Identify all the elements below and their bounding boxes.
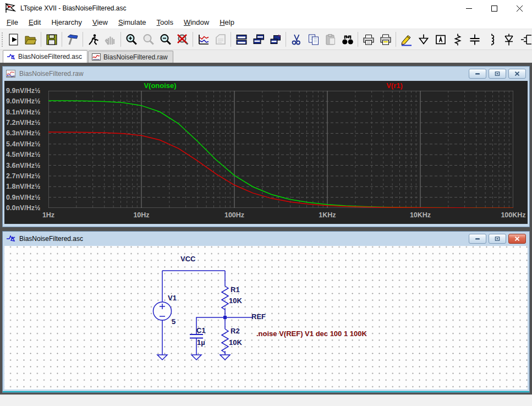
zoom-back-button[interactable]: [140, 31, 157, 48]
find-button[interactable]: [339, 31, 356, 48]
save-button[interactable]: [43, 31, 60, 48]
control-panel-button[interactable]: [64, 31, 81, 48]
ground-r2: [220, 355, 230, 360]
app-titlebar[interactable]: LTspice XVII - BiasNoiseFiltered.asc: [0, 0, 532, 17]
schematic-restore-button[interactable]: [489, 234, 506, 244]
schematic-window-title: BiasNoiseFiltered.asc: [19, 235, 83, 243]
r1-value-label[interactable]: 10K: [229, 297, 242, 305]
tile-vertical-button[interactable]: [250, 31, 267, 48]
schematic-window-titlebar[interactable]: BiasNoiseFiltered.asc: [3, 232, 529, 246]
component-button[interactable]: [517, 31, 532, 48]
tab-schematic-label: BiasNoiseFiltered.asc: [18, 53, 82, 61]
schematic-window-icon: [6, 235, 15, 243]
tab-waveform-label: BiasNoiseFiltered.raw: [103, 53, 168, 61]
waveform-window: BiasNoiseFiltered.raw V(onoise)V(r1)9.9n…: [2, 66, 530, 227]
paste-button[interactable]: [322, 31, 339, 48]
ground-v1: [157, 355, 167, 360]
x-tick-label: 10Hz: [133, 211, 149, 219]
x-tick-label: 1Hz: [42, 211, 54, 219]
trace-label-vonoise[interactable]: V(onoise): [144, 81, 176, 90]
schematic-minimize-button[interactable]: [469, 234, 486, 244]
menu-item-hierarchy[interactable]: Hierarchy: [46, 17, 87, 28]
run-button[interactable]: [85, 31, 102, 48]
y-tick-label: 6.3nV/Hz½: [6, 129, 41, 137]
toolbar-separator: [286, 32, 286, 47]
window-title: LTspice XVII - BiasNoiseFiltered.asc: [20, 4, 127, 12]
v1-value-label[interactable]: 5: [172, 317, 175, 326]
menu-item-simulate[interactable]: Simulate: [113, 17, 152, 28]
schematic-tab-icon: [7, 53, 15, 61]
menu-item-file[interactable]: File: [2, 17, 24, 28]
v1-name-label[interactable]: V1: [168, 294, 177, 302]
toolbar-separator: [358, 32, 358, 47]
tab-schematic[interactable]: BiasNoiseFiltered.asc: [3, 50, 87, 63]
copy-button[interactable]: [305, 31, 322, 48]
autorange-y-button[interactable]: [195, 31, 212, 48]
y-tick-label: 4.5nV/Hz½: [6, 151, 41, 158]
print-button[interactable]: [377, 31, 394, 48]
x-tick-label: 100KHz: [501, 211, 525, 219]
schematic-close-button[interactable]: [508, 234, 526, 244]
minimize-button[interactable]: [456, 0, 481, 17]
diode-button[interactable]: [500, 31, 517, 48]
menu-item-help[interactable]: Help: [215, 17, 240, 28]
tile-horizontal-button[interactable]: [233, 31, 250, 48]
waveform-window-titlebar[interactable]: BiasNoiseFiltered.raw: [3, 67, 529, 81]
waveform-minimize-button[interactable]: [469, 69, 486, 79]
x-tick-label: 100Hz: [224, 211, 244, 219]
r2-value-label[interactable]: 10K: [229, 338, 242, 347]
waveform-window-title: BiasNoiseFiltered.raw: [19, 70, 84, 78]
halt-button[interactable]: [102, 31, 119, 48]
menu-item-window[interactable]: Window: [179, 17, 215, 28]
junction-ref: [223, 316, 227, 319]
schematic-canvas[interactable]: VCC REF V1 5 R1 10K C1 1µ R2 10K .noise …: [4, 246, 528, 389]
c1-value-label[interactable]: 1µ: [197, 338, 205, 347]
zoom-in-button[interactable]: [123, 31, 140, 48]
print-preview-button[interactable]: [360, 31, 377, 48]
y-tick-label: 9.9nV/Hz½: [6, 87, 41, 95]
y-tick-label: 0.9nV/Hz½: [6, 194, 41, 201]
spice-directive[interactable]: .noise V(REF) V1 dec 100 1 100K: [256, 330, 367, 338]
close-button[interactable]: [507, 0, 532, 17]
menu-item-edit[interactable]: Edit: [24, 17, 46, 28]
y-tick-label: 2.7nV/Hz½: [6, 172, 41, 180]
tab-waveform[interactable]: BiasNoiseFiltered.raw: [88, 51, 173, 63]
toolbar-separator: [396, 32, 396, 47]
resistor-button[interactable]: [449, 31, 466, 48]
menu-item-tools[interactable]: Tools: [152, 17, 179, 28]
zoom-full-extents-button[interactable]: [174, 31, 191, 48]
toolbar-grip[interactable]: [2, 32, 3, 47]
trace-label-vr1[interactable]: V(r1): [386, 81, 403, 90]
cut-button[interactable]: [288, 31, 305, 48]
plot-area[interactable]: V(onoise)V(r1)9.9nV/Hz½9.0nV/Hz½8.1nV/Hz…: [4, 81, 528, 224]
r1-name-label[interactable]: R1: [231, 286, 240, 294]
y-tick-label: 8.1nV/Hz½: [6, 108, 41, 116]
open-file-button[interactable]: [22, 31, 39, 48]
toolbar-separator: [193, 32, 193, 47]
plot-pane[interactable]: [48, 91, 513, 208]
waveform-restore-button[interactable]: [489, 69, 506, 79]
mdi-area: BiasNoiseFiltered.raw V(onoise)V(r1)9.9n…: [0, 63, 532, 394]
inductor-button[interactable]: [483, 31, 500, 48]
spice-netlist-button[interactable]: [212, 31, 229, 48]
new-schematic-button[interactable]: [5, 31, 22, 48]
capacitor-button[interactable]: [466, 31, 483, 48]
net-label-ref[interactable]: REF: [251, 312, 266, 321]
c1-name-label[interactable]: C1: [196, 326, 206, 334]
y-tick-label: 9.0nV/Hz½: [6, 97, 41, 105]
menu-item-view[interactable]: View: [87, 17, 113, 28]
net-label-vcc[interactable]: VCC: [180, 255, 195, 263]
waveform-close-button[interactable]: [508, 69, 526, 79]
toolbar-separator: [231, 32, 231, 47]
r2-symbol: [222, 329, 228, 353]
r2-name-label[interactable]: R2: [231, 327, 240, 335]
toolbar-separator: [62, 32, 62, 47]
net-label-button[interactable]: [432, 31, 449, 48]
ground-symbol-button[interactable]: [415, 31, 432, 48]
edit-text-button[interactable]: [398, 31, 415, 48]
cascade-windows-button[interactable]: [267, 31, 284, 48]
y-tick-label: 5.4nV/Hz½: [6, 140, 41, 148]
maximize-button[interactable]: [481, 0, 507, 17]
statusbar: [0, 394, 532, 406]
zoom-out-button[interactable]: [157, 31, 174, 48]
